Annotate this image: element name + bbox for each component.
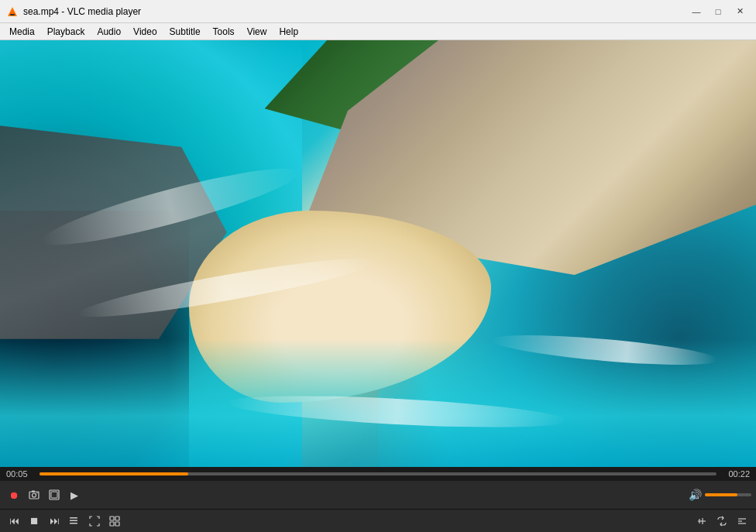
record-button[interactable]: ⏺: [5, 486, 23, 504]
svg-rect-13: [115, 517, 119, 520]
volume-area: 🔊: [689, 489, 751, 501]
menu-audio[interactable]: Audio: [91, 23, 127, 39]
menu-view[interactable]: View: [241, 23, 273, 39]
title-bar: sea.mp4 - VLC media player — □ ✕: [0, 0, 756, 23]
svg-rect-9: [70, 517, 77, 519]
menu-help[interactable]: Help: [273, 23, 304, 39]
effects-button[interactable]: [692, 512, 711, 530]
controls-row-1: ⏺ ▶ 🔊: [0, 481, 756, 509]
controls-row-2: ⏮ ⏹ ⏭: [0, 509, 756, 532]
play-button[interactable]: ▶: [65, 486, 84, 504]
skip-back-button[interactable]: ⏮: [5, 512, 23, 530]
seek-fill: [40, 472, 188, 475]
loop-button[interactable]: [713, 512, 731, 530]
svg-rect-12: [110, 517, 114, 520]
minimize-button[interactable]: —: [686, 4, 706, 19]
maximize-button[interactable]: □: [708, 4, 728, 19]
extended-settings-button[interactable]: [105, 512, 124, 530]
fullscreen-button[interactable]: [85, 512, 104, 530]
menu-tools[interactable]: Tools: [207, 23, 241, 39]
menu-playback[interactable]: Playback: [41, 23, 91, 39]
svg-rect-2: [10, 14, 15, 15]
window-controls: — □ ✕: [686, 4, 750, 19]
skip-forward-button[interactable]: ⏭: [45, 512, 64, 530]
window-title: sea.mp4 - VLC media player: [23, 6, 686, 17]
app-icon: [6, 5, 19, 18]
time-total: 00:22: [723, 469, 750, 479]
volume-fill: [705, 493, 737, 496]
svg-rect-5: [32, 491, 35, 493]
menu-media[interactable]: Media: [3, 23, 41, 39]
menu-subtitle[interactable]: Subtitle: [163, 23, 207, 39]
volume-bar[interactable]: [705, 493, 751, 496]
svg-rect-8: [51, 492, 57, 498]
stop-button[interactable]: ⏹: [25, 512, 43, 530]
controls-area: 00:05 00:22 ⏺ ▶: [0, 467, 756, 532]
random-button[interactable]: [733, 512, 751, 530]
menu-bar: Media Playback Audio Video Subtitle Tool…: [0, 23, 756, 40]
frame-button[interactable]: [45, 486, 64, 504]
svg-rect-10: [70, 520, 77, 521]
svg-point-6: [36, 493, 38, 494]
time-current: 00:05: [6, 469, 33, 479]
video-area[interactable]: [0, 40, 756, 467]
menu-video[interactable]: Video: [127, 23, 163, 39]
volume-icon: 🔊: [689, 489, 702, 501]
video-frame: [0, 40, 756, 467]
svg-rect-11: [70, 523, 77, 524]
seek-bar[interactable]: [40, 472, 716, 475]
svg-rect-14: [110, 522, 114, 526]
toggle-playlist-button[interactable]: [65, 512, 84, 530]
svg-point-4: [33, 493, 36, 497]
progress-bar-container: 00:05 00:22: [0, 467, 756, 481]
svg-rect-15: [115, 522, 119, 526]
close-button[interactable]: ✕: [730, 4, 750, 19]
snapshot-button[interactable]: [25, 486, 43, 504]
